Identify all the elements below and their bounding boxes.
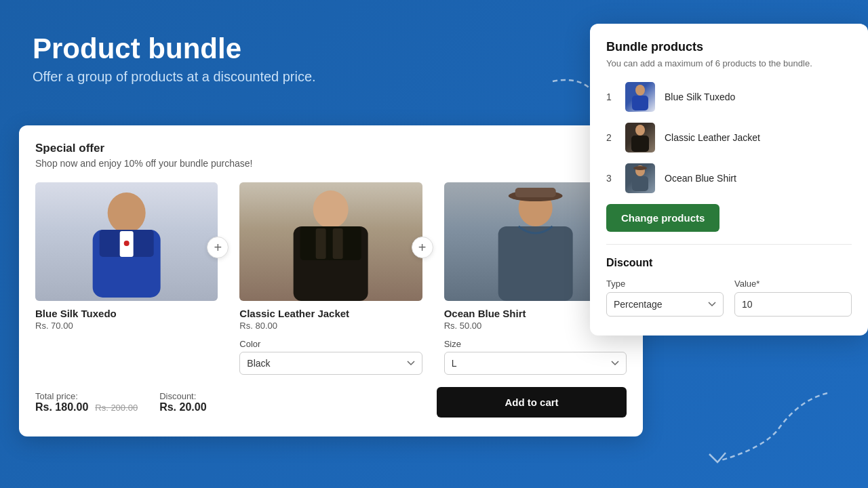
product-tuxedo: + Blue Silk Tuxedo Rs. 70.00 [35,182,218,331]
bundle-thumb-jacket [625,123,655,152]
footer-row: Total price: Rs. 180.00 Rs. 200.00 Disco… [35,387,627,418]
discount-amount: Rs. 20.00 [159,401,206,413]
bundle-product-name-3: Ocean Blue Shirt [665,173,736,184]
discount-section-title: Discount [606,257,852,269]
hero-subtitle: Offer a group of products at a discounte… [33,69,316,85]
bundle-thumb-shirt [625,163,655,193]
card-subtitle: Shop now and enjoy 10% off your bundle p… [35,158,627,169]
shirt-size-label: Size [444,339,627,349]
svg-rect-16 [632,96,648,110]
product-tuxedo-name: Blue Silk Tuxedo [35,308,218,319]
svg-rect-13 [515,188,555,197]
svg-rect-10 [333,228,343,259]
svg-rect-14 [498,226,572,301]
hero-title: Product bundle [33,33,316,65]
plus-icon-2: + [412,237,433,258]
svg-rect-9 [316,228,326,259]
total-price-group: Total price: Rs. 180.00 Rs. 200.00 [35,391,138,413]
change-products-button[interactable]: Change products [606,204,719,232]
svg-point-5 [313,190,349,228]
svg-rect-8 [328,226,361,260]
discount-type-select[interactable]: Percentage Fixed amount [606,292,724,317]
hero-section: Product bundle Offer a group of products… [33,33,316,85]
bundle-thumb-tuxedo [625,82,655,112]
bundle-item-1: 1 Blue Silk Tuxedo [606,82,852,112]
discount-type-label: Type [606,279,724,289]
plus-icon-1: + [207,237,229,258]
bundle-panel-title: Bundle products [606,40,852,54]
discount-group: Discount: Rs. 20.00 [159,391,206,413]
shirt-size-group: Size S M L XL [444,339,627,375]
product-jacket-name: Classic Leather Jacket [239,308,422,319]
discount-label: Discount: [159,391,206,401]
bundle-panel-subtitle: You can add a maximum of 6 products to t… [606,58,852,68]
bundle-product-name-1: Blue Silk Tuxedo [665,92,735,102]
jacket-color-select[interactable]: Black Brown Navy [239,352,422,375]
discount-type-group: Type Percentage Fixed amount [606,279,724,317]
svg-rect-18 [631,136,649,152]
svg-point-17 [635,125,645,136]
bundle-item-3: 3 Ocean Blue Shirt [606,163,852,193]
shirt-size-select[interactable]: S M L XL [444,352,627,375]
products-row: + Blue Silk Tuxedo Rs. 70.00 + [35,182,627,375]
discount-value-input[interactable] [734,292,852,317]
total-price-original: Rs. 200.00 [95,403,138,413]
product-jacket-price: Rs. 80.00 [239,321,422,331]
product-card: Special offer Shop now and enjoy 10% off… [19,125,643,436]
discount-value-label: Value* [734,279,852,289]
bundle-num-1: 1 [606,92,616,102]
jacket-color-label: Color [239,339,422,349]
svg-point-0 [108,192,146,233]
bundle-num-3: 3 [606,173,616,184]
bundle-panel: Bundle products You can add a maximum of… [590,24,868,336]
product-jacket-image [239,182,422,301]
svg-rect-21 [632,176,648,191]
jacket-bg [239,182,422,301]
product-jacket: + Classic Leather Jacket Rs. 80.00 Color… [239,182,422,375]
jacket-color-group: Color Black Brown Navy [239,339,422,375]
svg-point-20 [633,166,647,170]
product-tuxedo-image [35,182,218,301]
tuxedo-bg [35,182,218,301]
product-tuxedo-price: Rs. 70.00 [35,321,218,331]
add-to-cart-button[interactable]: Add to cart [437,387,627,418]
total-label: Total price: [35,391,138,401]
bundle-item-2: 2 Classic Leather Jacket [606,123,852,152]
jacket-variant-row: Color Black Brown Navy [239,339,422,375]
card-title: Special offer [35,142,627,155]
svg-point-15 [635,85,645,96]
panel-divider [606,244,852,245]
total-price: Rs. 180.00 [35,401,88,413]
bundle-product-name-2: Classic Leather Jacket [665,132,760,143]
bundle-num-2: 2 [606,132,616,143]
shirt-variant-row: Size S M L XL [444,339,627,375]
discount-value-group: Value* [734,279,852,317]
discount-row: Type Percentage Fixed amount Value* [606,279,852,317]
svg-point-4 [124,241,130,246]
